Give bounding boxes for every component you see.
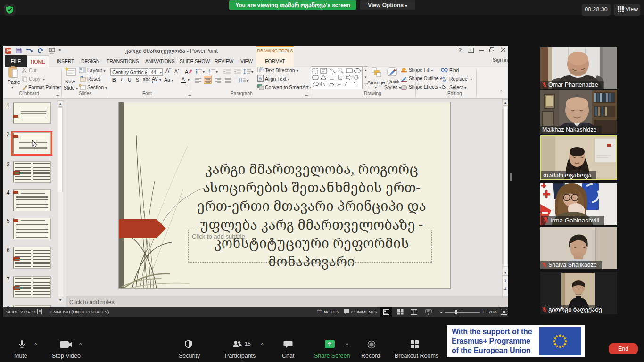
svg-text:3: 3 [209, 73, 210, 75]
svg-text:A: A [261, 66, 264, 71]
svg-text:A: A [259, 76, 262, 81]
svg-text:A: A [185, 69, 189, 74]
svg-text:▾: ▾ [32, 49, 33, 53]
svg-text:P: P [7, 49, 9, 53]
